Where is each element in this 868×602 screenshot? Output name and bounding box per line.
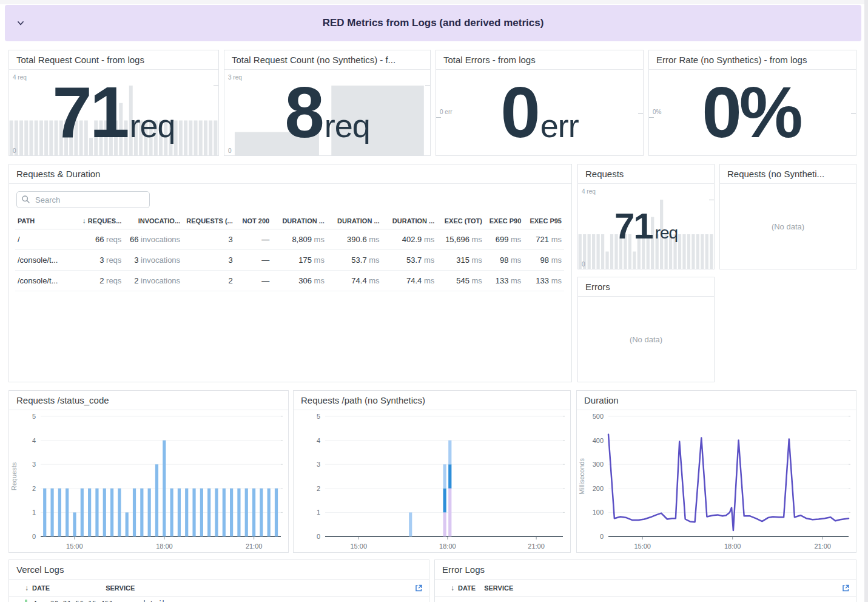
- page-edge-top: [0, 0, 868, 4]
- card-title: Error Rate (no Synthetics) - from logs: [649, 50, 856, 70]
- stat-value: 71req: [9, 70, 218, 155]
- requests-table: PATH↓ REQUES...INVOCATIO...REQUESTS (...…: [15, 213, 564, 291]
- svg-text:0: 0: [317, 533, 320, 540]
- duration-panel: Duration 010020030040050015:0018:0021:00…: [576, 390, 856, 553]
- value-cell: 53.7 ms: [327, 250, 382, 271]
- requests-path-panel: Requests /path (no Synthetics) 01234515:…: [293, 390, 571, 553]
- svg-text:15:00: 15:00: [634, 543, 651, 550]
- column-header[interactable]: DURATION ...: [382, 213, 437, 229]
- value-cell: 74.4 ms: [382, 271, 437, 291]
- svg-text:18:00: 18:00: [724, 543, 741, 550]
- svg-text:1: 1: [32, 509, 36, 516]
- panel-body: (No data): [578, 297, 714, 382]
- column-header[interactable]: DURATION ...: [272, 213, 327, 229]
- panel-title: Requests: [578, 164, 714, 184]
- search-input[interactable]: [16, 191, 150, 208]
- column-header[interactable]: NOT 200: [235, 213, 272, 229]
- stat-value: 71req: [578, 184, 714, 269]
- no-data-message: (No data): [578, 297, 714, 382]
- value-cell: 390.6 ms: [327, 229, 382, 250]
- card-body: 3 req 0 8req: [224, 70, 430, 155]
- value-cell: 545 ms: [437, 271, 485, 291]
- vercel-log-rows: Apr 30 21:56:15.451app.dataiker.com: [9, 597, 429, 602]
- chevron-down-icon[interactable]: [16, 18, 25, 28]
- path-cell: /console/t...: [15, 250, 79, 271]
- column-header[interactable]: EXEC P90: [485, 213, 523, 229]
- column-header[interactable]: ↓ REQUES...: [79, 213, 124, 229]
- column-header[interactable]: EXEC (TOT): [437, 213, 485, 229]
- status-code-chart[interactable]: 01234515:0018:0021:00Requests: [9, 410, 288, 552]
- sort-icon[interactable]: ↓: [25, 584, 29, 592]
- vercel-logs-panel: Vercel Logs ↓ DATE SERVICE Apr 30 21:56:…: [8, 560, 429, 602]
- section-header[interactable]: RED Metrics from Logs (and derived metri…: [5, 5, 861, 41]
- log-column-header: ↓ DATE SERVICE: [9, 580, 429, 597]
- value-cell: 133 ms: [523, 271, 564, 291]
- svg-text:21:00: 21:00: [246, 543, 263, 550]
- stat-value: 8req: [224, 70, 430, 155]
- value-cell: 66 reqs: [79, 229, 124, 250]
- path-no-synthetics-chart[interactable]: 01234515:0018:0021:00: [294, 410, 570, 552]
- y-max-label: 3 req: [228, 74, 242, 81]
- error-logs-panel: Error Logs ↓ DATE SERVICE: [434, 560, 856, 602]
- value-cell: 315 ms: [437, 250, 485, 271]
- search-icon: [21, 195, 30, 206]
- svg-text:4: 4: [317, 437, 320, 444]
- svg-text:Milliseconds: Milliseconds: [578, 458, 585, 495]
- y-mid-label: 0 err: [440, 109, 453, 115]
- panel-title: Requests /status_code: [9, 391, 288, 410]
- svg-text:15:00: 15:00: [66, 543, 83, 550]
- card-total-request-count: Total Request Count - from logs 4 req 0 …: [8, 50, 219, 156]
- column-header[interactable]: INVOCATIO...: [124, 213, 183, 229]
- search-box: [16, 191, 150, 208]
- panel-title: Vercel Logs: [9, 560, 429, 580]
- card-body: 0 err 0err: [436, 70, 643, 155]
- log-row[interactable]: Apr 30 21:56:15.451app.dataiker.com: [9, 597, 429, 602]
- table-row[interactable]: /console/t...2 reqs2 invocations2—306 ms…: [15, 271, 564, 291]
- service-column-header[interactable]: SERVICE: [484, 584, 513, 592]
- table-header-row: PATH↓ REQUES...INVOCATIO...REQUESTS (...…: [15, 213, 564, 229]
- svg-text:18:00: 18:00: [156, 543, 173, 550]
- path-cell: /: [15, 229, 79, 250]
- panel-title: Requests & Duration: [9, 164, 571, 184]
- table-row[interactable]: /66 reqs66 invocations3—8,809 ms390.6 ms…: [15, 229, 564, 250]
- svg-text:500: 500: [593, 413, 604, 420]
- card-body: 0% 0%: [649, 70, 856, 155]
- open-external-icon[interactable]: [841, 584, 850, 594]
- svg-text:200: 200: [593, 485, 604, 492]
- value-cell: —: [235, 271, 272, 291]
- panel-body: 4 req 0 71req: [578, 184, 714, 269]
- sort-icon[interactable]: ↓: [451, 584, 454, 592]
- card-total-errors: Total Errors - from logs 0 err 0err: [436, 50, 644, 156]
- svg-text:5: 5: [317, 413, 320, 420]
- panel-title: Error Logs: [435, 560, 856, 580]
- panel-body: (No data): [720, 184, 856, 269]
- column-header[interactable]: PATH: [15, 213, 79, 229]
- stat-value: 0err: [436, 70, 643, 155]
- panel-body: 01234515:0018:0021:00: [294, 410, 570, 552]
- panel-body: PATH↓ REQUES...INVOCATIO...REQUESTS (...…: [9, 184, 571, 382]
- svg-text:0: 0: [32, 533, 36, 540]
- svg-text:3: 3: [317, 461, 320, 468]
- column-header[interactable]: REQUESTS (...: [183, 213, 235, 229]
- date-column-header[interactable]: DATE: [32, 584, 50, 592]
- requests-duration-panel: Requests & Duration PATH↓ REQUES...INVOC…: [8, 164, 572, 382]
- value-cell: 2: [183, 271, 235, 291]
- log-date: Apr 30 21:56:15.451: [33, 600, 124, 602]
- value-cell: 53.7 ms: [382, 250, 437, 271]
- column-header[interactable]: DURATION ...: [327, 213, 382, 229]
- date-column-header[interactable]: DATE: [458, 584, 476, 592]
- svg-text:5: 5: [32, 413, 36, 420]
- card-body: 4 req 0 71req: [9, 70, 218, 155]
- value-cell: 3: [183, 250, 235, 271]
- column-header[interactable]: EXEC P95: [523, 213, 564, 229]
- open-external-icon[interactable]: [414, 584, 423, 594]
- svg-text:2: 2: [317, 485, 320, 492]
- value-cell: 133 ms: [485, 271, 523, 291]
- panel-body: ↓ DATE SERVICE: [435, 580, 856, 602]
- svg-text:2: 2: [32, 485, 36, 492]
- duration-chart[interactable]: 010020030040050015:0018:0021:00Milliseco…: [577, 410, 856, 552]
- table-row[interactable]: /console/t...3 reqs3 invocations3—175 ms…: [15, 250, 564, 271]
- service-column-header[interactable]: SERVICE: [106, 584, 135, 592]
- value-cell: 98 ms: [523, 250, 564, 271]
- value-cell: 402.9 ms: [382, 229, 437, 250]
